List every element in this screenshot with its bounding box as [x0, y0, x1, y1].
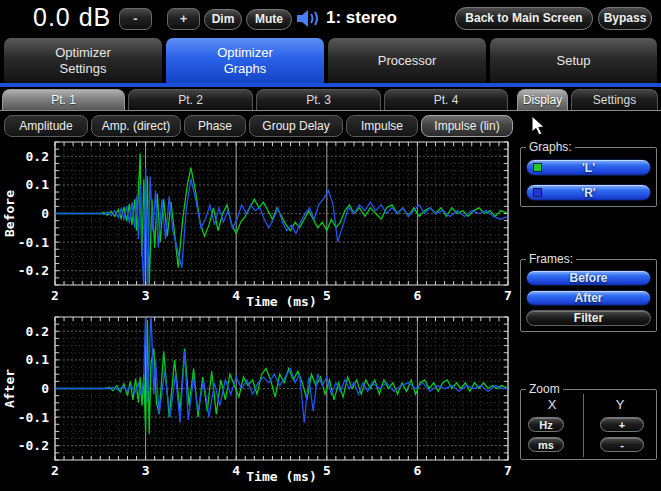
volume-down-button[interactable]: -: [119, 8, 152, 30]
tab-pt-1[interactable]: Pt. 1: [2, 89, 125, 110]
active-tab-accent-bar: [0, 83, 661, 87]
svg-text:-0.2: -0.2: [18, 438, 49, 453]
tab-amp-direct[interactable]: Amp. (direct): [91, 115, 181, 137]
svg-text:-0.1: -0.1: [18, 235, 49, 250]
svg-text:0.2: 0.2: [26, 149, 49, 164]
mouse-cursor: [531, 115, 547, 137]
zoom-y-minus-button[interactable]: -: [600, 437, 644, 452]
back-to-main-screen-button[interactable]: Back to Main Screen: [455, 7, 593, 30]
svg-text:0.1: 0.1: [26, 177, 50, 192]
tab-setup[interactable]: Setup: [490, 38, 657, 83]
svg-text:-0.2: -0.2: [18, 263, 49, 278]
svg-text:0: 0: [41, 381, 49, 396]
tab-impulse-lin[interactable]: Impulse (lin): [421, 115, 513, 137]
zoom-x-ms-button[interactable]: ms: [528, 437, 564, 452]
svg-text:Time (ms): Time (ms): [246, 294, 316, 309]
tab-display[interactable]: Display: [517, 89, 568, 110]
svg-text:3: 3: [142, 463, 150, 478]
frames-group: Frames: Before After Filter: [520, 259, 657, 332]
svg-text:0.1: 0.1: [26, 352, 50, 367]
tab-settings-panel[interactable]: Settings: [571, 89, 658, 110]
volume-up-button[interactable]: +: [167, 8, 200, 30]
svg-text:6: 6: [413, 288, 421, 303]
zoom-y-label: Y: [584, 397, 656, 412]
r-channel-swatch-icon: [533, 188, 542, 197]
frame-filter-button[interactable]: Filter: [526, 310, 651, 326]
svg-text:4: 4: [232, 288, 240, 303]
tab-phase[interactable]: Phase: [184, 115, 246, 137]
frame-before-button[interactable]: Before: [526, 270, 651, 286]
graph-r-button[interactable]: 'R': [526, 184, 651, 201]
tab-pt-3[interactable]: Pt. 3: [256, 89, 381, 110]
l-channel-swatch-icon: [533, 163, 542, 172]
zoom-group-label: Zoom: [526, 382, 563, 396]
svg-text:Time (ms): Time (ms): [246, 469, 316, 484]
master-volume-readout: 0.0 dB: [33, 3, 111, 32]
svg-text:7: 7: [504, 463, 512, 478]
zoom-x-label: X: [521, 397, 583, 412]
graphs-group-label: Graphs:: [526, 140, 575, 154]
svg-text:2: 2: [51, 463, 59, 478]
svg-text:5: 5: [323, 463, 331, 478]
tab-group-delay[interactable]: Group Delay: [249, 115, 343, 137]
svg-text:6: 6: [413, 463, 421, 478]
graphs-group: Graphs: 'L' 'R': [520, 147, 657, 207]
svg-text:3: 3: [142, 288, 150, 303]
tab-optimizer-settings[interactable]: Optimizer Settings: [4, 38, 162, 83]
tab-processor[interactable]: Processor: [328, 38, 486, 83]
svg-text:-0.1: -0.1: [18, 410, 49, 425]
svg-text:7: 7: [504, 288, 512, 303]
source-label: 1: stereo: [326, 8, 397, 28]
svg-text:4: 4: [232, 463, 240, 478]
mute-button[interactable]: Mute: [246, 9, 292, 30]
svg-text:2: 2: [51, 288, 59, 303]
tab-pt-2[interactable]: Pt. 2: [128, 89, 253, 110]
speaker-volume-icon: [296, 8, 322, 29]
tab-impulse[interactable]: Impulse: [346, 115, 418, 137]
tab-optimizer-graphs[interactable]: Optimizer Graphs: [166, 38, 324, 83]
zoom-y-plus-button[interactable]: +: [600, 417, 644, 432]
svg-text:After: After: [2, 369, 17, 408]
tab-pt-4[interactable]: Pt. 4: [384, 89, 508, 110]
svg-text:Before: Before: [2, 190, 17, 237]
frames-group-label: Frames:: [526, 252, 576, 266]
svg-text:5: 5: [323, 288, 331, 303]
svg-text:0: 0: [41, 206, 49, 221]
bypass-button[interactable]: Bypass: [598, 7, 652, 30]
frame-after-button[interactable]: After: [526, 290, 651, 306]
tab-row-divider: [0, 110, 661, 111]
before-chart: 0.20.10-0.1-0.2234567Time (ms)Before: [0, 137, 513, 310]
graph-l-button[interactable]: 'L': [526, 159, 651, 176]
zoom-group: Zoom X Y Hz ms + -: [520, 389, 657, 460]
zoom-x-hz-button[interactable]: Hz: [528, 417, 564, 432]
app-window: 0.0 dB - + Dim Mute 1: stereo Back to Ma…: [0, 0, 661, 491]
svg-text:0.2: 0.2: [26, 324, 49, 339]
dim-button[interactable]: Dim: [204, 9, 242, 30]
after-chart: 0.20.10-0.1-0.2234567Time (ms)After: [0, 312, 513, 485]
tab-amplitude[interactable]: Amplitude: [4, 115, 88, 137]
